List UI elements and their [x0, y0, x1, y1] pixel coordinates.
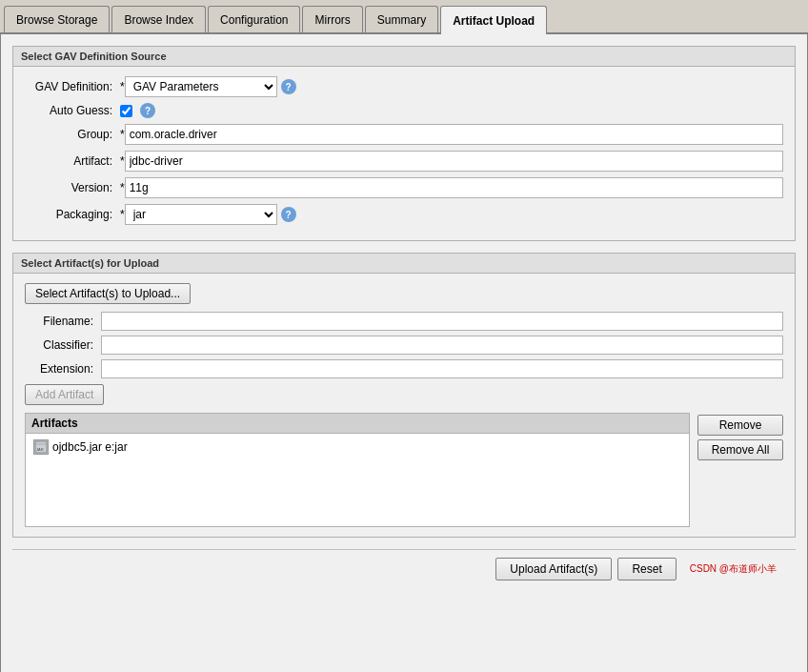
auto-guess-checkbox[interactable]	[120, 105, 132, 117]
packaging-select[interactable]: jar war ear pom	[125, 204, 277, 225]
gav-section: Select GAV Definition Source GAV Definit…	[12, 46, 796, 241]
group-label: Group:	[25, 128, 120, 141]
tab-bar: Browse Storage Browse Index Configuratio…	[0, 0, 808, 34]
select-artifacts-button[interactable]: Select Artifact(s) to Upload...	[25, 283, 191, 304]
auto-guess-label: Auto Guess:	[25, 104, 120, 117]
tab-mirrors[interactable]: Mirrors	[302, 6, 362, 32]
auto-guess-row: Auto Guess: ?	[25, 103, 783, 118]
gav-definition-label: GAV Definition:	[25, 80, 120, 93]
upload-artifacts-button[interactable]: Upload Artifact(s)	[495, 558, 612, 580]
artifact-name: ojdbc5.jar e:jar	[52, 440, 128, 454]
bottom-bar: Upload Artifact(s) Reset CSDN @布道师小羊	[12, 549, 796, 588]
version-row: Version: *	[25, 177, 783, 198]
artifacts-panel: Artifacts JAR ojdbc5.jar e:jar	[25, 413, 690, 527]
gav-definition-help-icon[interactable]: ?	[281, 79, 296, 94]
artifacts-header: Artifacts	[26, 414, 689, 434]
upload-fields: Filename: Classifier: Extension:	[25, 312, 783, 378]
gav-section-body: GAV Definition: * GAV Parameters POM Fil…	[13, 67, 795, 240]
extension-row: Extension:	[25, 359, 783, 378]
remove-all-button[interactable]: Remove All	[697, 439, 783, 460]
add-artifact-button[interactable]: Add Artifact	[25, 384, 104, 405]
packaging-row: Packaging: * jar war ear pom ?	[25, 204, 783, 225]
upload-section: Select Artifact(s) for Upload Select Art…	[12, 253, 796, 538]
packaging-label: Packaging:	[25, 208, 120, 221]
extension-input[interactable]	[101, 359, 783, 378]
filename-row: Filename:	[25, 312, 783, 331]
filename-label: Filename:	[25, 315, 101, 328]
classifier-label: Classifier:	[25, 338, 101, 352]
auto-guess-help-icon[interactable]: ?	[140, 103, 155, 118]
artifact-item: JAR ojdbc5.jar e:jar	[30, 438, 685, 457]
main-content: Select GAV Definition Source GAV Definit…	[0, 34, 808, 672]
group-row: Group: *	[25, 124, 783, 145]
tab-summary[interactable]: Summary	[365, 6, 438, 32]
gav-definition-select[interactable]: GAV Parameters POM File	[125, 76, 277, 97]
artifacts-buttons: Remove Remove All	[697, 413, 783, 527]
group-input[interactable]	[125, 124, 783, 145]
tab-browse-index[interactable]: Browse Index	[111, 6, 206, 32]
tab-artifact-upload[interactable]: Artifact Upload	[440, 6, 547, 34]
artifact-label: Artifact:	[25, 154, 120, 168]
packaging-help-icon[interactable]: ?	[281, 207, 296, 222]
gav-definition-row: GAV Definition: * GAV Parameters POM Fil…	[25, 76, 783, 97]
upload-section-title: Select Artifact(s) for Upload	[13, 254, 795, 274]
artifact-jar-icon: JAR	[33, 439, 49, 455]
tab-browse-storage[interactable]: Browse Storage	[4, 6, 110, 32]
version-input[interactable]	[125, 177, 783, 198]
svg-text:JAR: JAR	[36, 447, 44, 452]
upload-section-body: Select Artifact(s) to Upload... Filename…	[13, 274, 795, 537]
artifact-input[interactable]	[125, 151, 783, 172]
remove-button[interactable]: Remove	[697, 415, 783, 436]
extension-label: Extension:	[25, 362, 101, 376]
artifact-row: Artifact: *	[25, 151, 783, 172]
watermark: CSDN @布道师小羊	[682, 559, 784, 580]
version-label: Version:	[25, 181, 120, 194]
tab-configuration[interactable]: Configuration	[208, 6, 300, 32]
artifacts-list: JAR ojdbc5.jar e:jar	[26, 434, 689, 519]
auto-guess-checkbox-wrapper: ?	[120, 103, 155, 118]
classifier-input[interactable]	[101, 336, 783, 355]
gav-section-title: Select GAV Definition Source	[13, 47, 795, 67]
classifier-row: Classifier:	[25, 336, 783, 355]
artifacts-area: Artifacts JAR ojdbc5.jar e:jar	[25, 413, 783, 527]
filename-input[interactable]	[101, 312, 783, 331]
reset-button[interactable]: Reset	[617, 558, 676, 580]
